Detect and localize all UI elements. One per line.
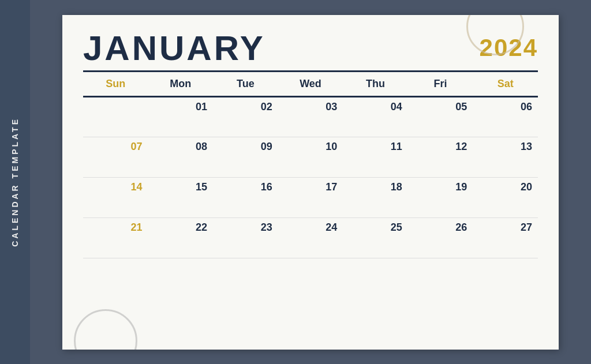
calendar-day: 15	[148, 177, 214, 217]
calendar-row: 07080910111213	[83, 137, 538, 177]
calendar-day: 10	[278, 137, 343, 177]
calendar-day: 01	[148, 96, 214, 137]
calendar-day: 24	[278, 217, 343, 258]
col-header-tue: Tue	[213, 72, 278, 97]
calendar-day: 02	[213, 96, 278, 137]
calendar-day: 14	[83, 177, 148, 217]
calendar-day: 05	[408, 96, 473, 137]
calendar-day: 07	[83, 137, 148, 177]
decorative-circle-bottom	[74, 309, 137, 350]
calendar-wrapper: JANUARY 2024 Sun Mon Tue Wed Thu Fri Sat…	[30, 0, 591, 364]
calendar-row: 010203040506	[83, 96, 538, 137]
weekday-header-row: Sun Mon Tue Wed Thu Fri Sat	[83, 72, 538, 97]
calendar-day: 25	[343, 217, 408, 258]
calendar-day: 12	[408, 137, 473, 177]
col-header-mon: Mon	[148, 72, 214, 97]
calendar-day: 23	[213, 217, 278, 258]
calendar-day: 09	[213, 137, 278, 177]
calendar-day: 13	[473, 137, 538, 177]
calendar-day: 08	[148, 137, 214, 177]
calendar-day: 18	[343, 177, 408, 217]
month-title: JANUARY	[83, 31, 265, 66]
calendar-day: 04	[343, 96, 408, 137]
col-header-sun: Sun	[83, 72, 148, 97]
calendar-day: 21	[83, 217, 148, 258]
col-header-wed: Wed	[278, 72, 343, 97]
calendar-row: 21222324252627	[83, 217, 538, 258]
calendar-page: JANUARY 2024 Sun Mon Tue Wed Thu Fri Sat…	[62, 15, 559, 350]
col-header-sat: Sat	[473, 72, 538, 97]
calendar-day: 19	[408, 177, 473, 217]
sidebar-label: CALENDAR TEMPLATE	[10, 117, 20, 247]
calendar-day	[83, 96, 148, 137]
calendar-day: 27	[473, 217, 538, 258]
calendar-day: 11	[343, 137, 408, 177]
calendar-day: 20	[473, 177, 538, 217]
col-header-thu: Thu	[343, 72, 408, 97]
calendar-day: 03	[278, 96, 343, 137]
calendar-day: 16	[213, 177, 278, 217]
calendar-day: 17	[278, 177, 343, 217]
calendar-day: 06	[473, 96, 538, 137]
calendar-day: 22	[148, 217, 214, 258]
sidebar: CALENDAR TEMPLATE	[0, 0, 30, 364]
col-header-fri: Fri	[408, 72, 473, 97]
calendar-day: 26	[408, 217, 473, 258]
calendar-grid: Sun Mon Tue Wed Thu Fri Sat 010203040506…	[83, 72, 538, 258]
calendar-row: 14151617181920	[83, 177, 538, 217]
